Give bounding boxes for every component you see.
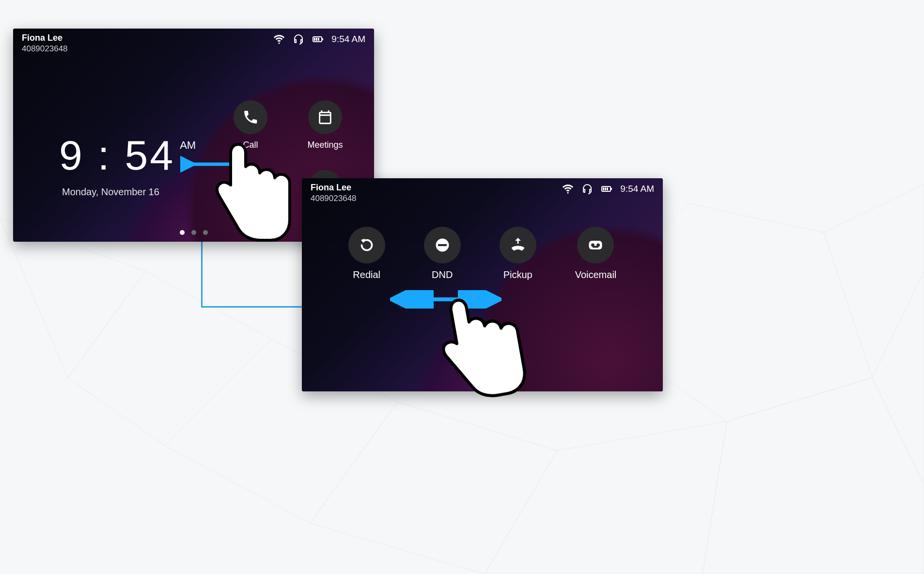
- svg-rect-3: [316, 38, 317, 41]
- page-dot[interactable]: [203, 230, 208, 235]
- user-number: 4089023648: [22, 44, 68, 54]
- svg-rect-11: [607, 187, 608, 190]
- page-dot[interactable]: [492, 380, 497, 385]
- device-screen-2: Fiona Lee 4089023648 9:54 AM Redial: [302, 178, 663, 391]
- redial-icon: [348, 227, 385, 264]
- page-dot[interactable]: [480, 380, 485, 385]
- calendar-icon: [308, 100, 342, 134]
- connector-frame: [201, 241, 304, 308]
- status-indicators: 9:54 AM: [273, 33, 365, 45]
- statusbar-time: 9:54 AM: [331, 34, 365, 45]
- svg-point-5: [248, 182, 253, 187]
- contacts-icon: [234, 170, 267, 204]
- home-clock: 9 : 54 AM Monday, November 16: [59, 134, 196, 198]
- page-dot[interactable]: [469, 380, 473, 385]
- headset-icon: [581, 183, 593, 195]
- clock-date: Monday, November 16: [62, 186, 196, 198]
- svg-rect-9: [603, 187, 604, 190]
- user-identity: Fiona Lee 4089023648: [311, 183, 357, 203]
- app-redial[interactable]: Redial: [348, 227, 385, 280]
- app-hidden[interactable]: [214, 170, 287, 238]
- app-meetings[interactable]: Meetings: [289, 100, 361, 168]
- app-label: Pickup: [503, 269, 532, 280]
- svg-rect-17: [593, 246, 598, 248]
- statusbar-time: 9:54 AM: [620, 184, 654, 194]
- svg-rect-10: [605, 187, 606, 190]
- app-dnd[interactable]: DND: [424, 227, 461, 280]
- battery-icon: [601, 183, 612, 195]
- wifi-icon: [562, 183, 574, 195]
- clock-time: 9 : 54: [59, 134, 175, 176]
- wallpaper: [302, 178, 663, 391]
- svg-rect-13: [438, 244, 447, 246]
- app-pickup[interactable]: Pickup: [500, 227, 536, 280]
- user-name: Fiona Lee: [311, 183, 357, 193]
- swipe-arrow-left: [180, 155, 243, 173]
- swipe-arrow-bidirectional: [390, 290, 501, 309]
- app-label: Call: [243, 140, 258, 150]
- battery-icon: [312, 33, 324, 45]
- voicemail-icon: [577, 227, 614, 264]
- user-number: 4089023648: [311, 194, 357, 203]
- app-voicemail[interactable]: Voicemail: [575, 227, 617, 280]
- page-dot[interactable]: [180, 230, 185, 235]
- app-label: Voicemail: [575, 269, 617, 280]
- pickup-icon: [500, 227, 536, 264]
- svg-rect-8: [611, 188, 612, 190]
- app-label: DND: [432, 269, 453, 280]
- page-dot[interactable]: [191, 230, 196, 235]
- app-label: Redial: [353, 269, 380, 280]
- svg-rect-2: [314, 38, 315, 41]
- status-indicators: 9:54 AM: [562, 183, 654, 195]
- user-name: Fiona Lee: [22, 33, 68, 43]
- clock-ampm: AM: [180, 139, 196, 152]
- svg-rect-4: [318, 38, 319, 41]
- status-bar: Fiona Lee 4089023648 9:54 AM: [13, 29, 374, 56]
- status-bar: Fiona Lee 4089023648 9:54 AM: [302, 178, 663, 205]
- headset-icon: [293, 33, 304, 45]
- user-identity: Fiona Lee 4089023648: [22, 33, 68, 54]
- wifi-icon: [273, 33, 285, 45]
- dnd-icon: [424, 227, 461, 264]
- call-icon: [234, 100, 267, 134]
- svg-rect-14: [589, 241, 602, 249]
- app-row: Redial DND Pickup Voicemail: [302, 227, 663, 280]
- svg-rect-1: [322, 38, 323, 40]
- page-indicator: [302, 380, 663, 385]
- app-label: Meetings: [307, 140, 343, 150]
